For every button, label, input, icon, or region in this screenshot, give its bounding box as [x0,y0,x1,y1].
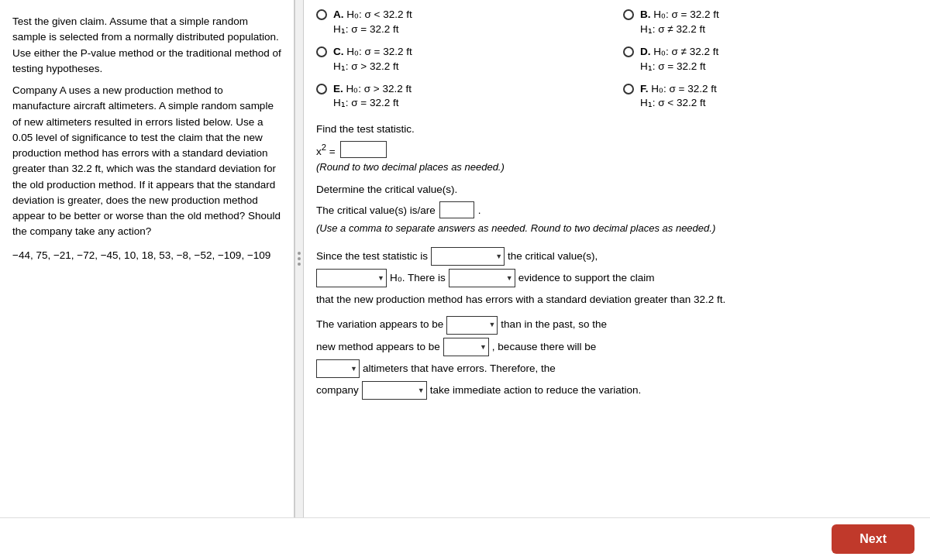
hypothesis-option-c[interactable]: C. H₀: σ = 32.2 ft H₁: σ > 32.2 ft [316,45,608,74]
x-squared-label: x2 = [316,143,336,157]
divider-handle[interactable] [294,0,304,517]
hypothesis-option-b[interactable]: B. H₀: σ = 32.2 ft H₁: σ ≠ 32.2 ft [623,8,914,37]
new-method-text: new method appears to be [316,338,440,356]
take-action-text: take immediate action to reduce the vari… [430,381,641,400]
radio-e[interactable] [316,84,327,94]
variation-section: The variation appears to be greater less… [316,315,914,400]
hypothesis-c-label: C. [333,46,344,57]
test-stat-comparison-dropdown[interactable]: less than greater than equal to [431,247,505,266]
hypothesis-b-label: B. [640,9,651,20]
evidence-dropdown[interactable]: sufficient insufficient [449,269,515,287]
h0-text: H₀. There is [390,269,446,287]
left-panel: Test the given claim. Assume that a simp… [0,0,294,517]
critical-section: Determine the critical value(s). The cri… [316,184,914,235]
find-test-statistic-label: Find the test statistic. [316,123,914,135]
footer: Next [0,517,930,560]
divider-dot [298,257,301,260]
altimeter-dropdown[interactable]: more fewer [316,359,360,378]
company-action-wrapper[interactable]: should should not [362,381,427,400]
reject-h0-wrapper[interactable]: reject fail to reject [316,269,387,287]
radio-d[interactable] [623,46,634,57]
critical-value-row: The critical value(s) is/are . [316,201,914,218]
conclusion-line-2: reject fail to reject H₀. There is suffi… [316,269,914,287]
critical-is-are-text: The critical value(s) is/are [316,204,436,216]
evidence-wrapper[interactable]: sufficient insufficient [449,269,515,287]
new-method-line: new method appears to be better worse , … [316,338,914,356]
radio-a[interactable] [316,9,327,20]
company-action-dropdown[interactable]: should should not [362,381,427,400]
new-method-dropdown[interactable]: better worse [443,338,489,356]
hypothesis-f-h0: H₀: σ = 32.2 ft [651,83,717,94]
next-button[interactable]: Next [832,524,914,554]
altimeter-line: more fewer altimeters that have errors. … [316,359,914,378]
critical-value-input[interactable] [439,201,474,218]
hypothesis-a-label: A. [333,9,344,20]
variation-comparison-wrapper[interactable]: greater less [446,316,498,335]
company-label: company [316,381,359,400]
round-note: (Round to two decimal places as needed.) [316,161,914,173]
critical-values-text: the critical value(s), [508,247,598,266]
claim-text: that the new production method has error… [316,290,725,309]
conclusion-line-3: that the new production method has error… [316,290,914,309]
hypothesis-option-d[interactable]: D. H₀: σ ≠ 32.2 ft H₁: σ = 32.2 ft [623,45,914,74]
since-text: Since the test statistic is [316,247,428,266]
hypothesis-b-h1: H₁: σ ≠ 32.2 ft [640,23,705,35]
hypothesis-option-f[interactable]: F. H₀: σ = 32.2 ft H₁: σ < 32.2 ft [623,82,914,112]
variation-past-text: than in the past, so the [501,315,607,334]
hypothesis-d-label: D. [640,46,651,57]
problem-text-1: Test the given claim. Assume that a simp… [12,14,281,77]
altimeter-wrapper[interactable]: more fewer [316,359,360,378]
hypothesis-e-h0: H₀: σ > 32.2 ft [346,83,412,94]
hypothesis-d-h0: H₀: σ ≠ 32.2 ft [653,46,718,57]
hypothesis-a-h0: H₀: σ < 32.2 ft [346,9,412,20]
hypothesis-option-e[interactable]: E. H₀: σ > 32.2 ft H₁: σ = 32.2 ft [316,82,608,112]
test-stat-row: x2 = [316,141,914,158]
reject-h0-dropdown[interactable]: reject fail to reject [316,269,387,287]
hypothesis-c-h1: H₁: σ > 32.2 ft [333,60,399,72]
variation-text: The variation appears to be [316,315,443,334]
variation-line: The variation appears to be greater less… [316,315,914,334]
conclusion-block: Since the test statistic is less than gr… [316,247,914,400]
sample-data: −44, 75, −21, −72, −45, 10, 18, 53, −8, … [12,248,281,263]
altimeter-text: altimeters that have errors. Therefore, … [363,359,556,378]
radio-c[interactable] [316,46,327,57]
problem-text-2: Company A uses a new production method t… [12,83,281,240]
divider-dot [298,252,301,255]
conclusion-line-1: Since the test statistic is less than gr… [316,247,914,266]
test-stat-comparison-wrapper[interactable]: less than greater than equal to [431,247,505,266]
divider-dot [298,263,301,266]
evidence-text: evidence to support the claim [518,269,655,287]
use-comma-note: (Use a comma to separate answers as need… [316,222,914,235]
company-action-line: company should should not take immediate… [316,381,914,400]
hypothesis-e-label: E. [333,83,343,94]
radio-b[interactable] [623,9,634,20]
right-panel: A. H₀: σ < 32.2 ft H₁: σ = 32.2 ft B. H₀… [304,0,930,517]
because-text: , because there will be [492,338,596,356]
hypothesis-d-h1: H₁: σ = 32.2 ft [640,60,706,72]
hypothesis-a-h1: H₁: σ = 32.2 ft [333,23,399,35]
hypothesis-grid: A. H₀: σ < 32.2 ft H₁: σ = 32.2 ft B. H₀… [316,8,914,111]
variation-comparison-dropdown[interactable]: greater less [446,316,498,335]
new-method-wrapper[interactable]: better worse [443,338,489,356]
hypothesis-e-h1: H₁: σ = 32.2 ft [333,97,399,108]
x-squared-input[interactable] [340,141,387,158]
hypothesis-f-label: F. [640,83,649,94]
radio-f[interactable] [623,84,634,94]
hypothesis-f-h1: H₁: σ < 32.2 ft [640,97,706,108]
hypothesis-option-a[interactable]: A. H₀: σ < 32.2 ft H₁: σ = 32.2 ft [316,8,608,37]
determine-critical-label: Determine the critical value(s). [316,184,914,195]
hypothesis-c-h0: H₀: σ = 32.2 ft [346,46,412,57]
hypothesis-b-h0: H₀: σ = 32.2 ft [653,9,719,20]
